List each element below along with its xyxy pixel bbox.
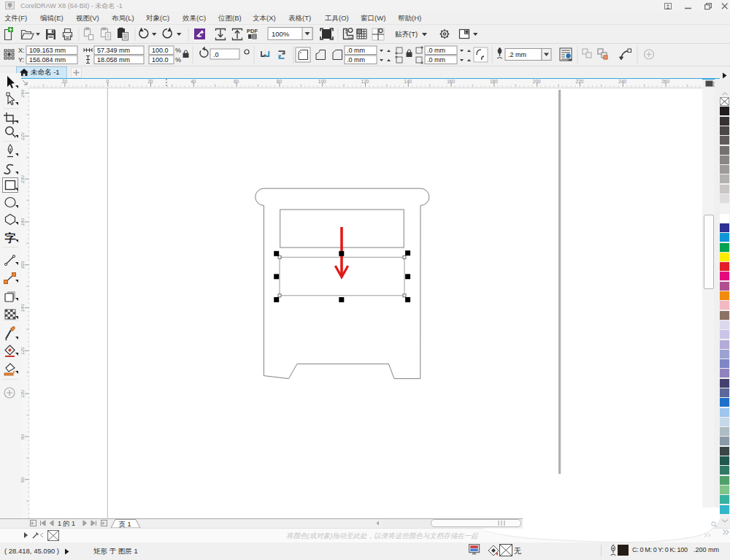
svg-text:240: 240: [21, 89, 25, 97]
svg-text:80: 80: [277, 79, 283, 84]
svg-text:.0 mm: .0 mm: [427, 47, 445, 54]
svg-text:57.349 mm: 57.349 mm: [97, 47, 130, 54]
svg-text:20: 20: [62, 79, 68, 84]
svg-text:PDF: PDF: [247, 28, 258, 34]
svg-text:220: 220: [21, 132, 25, 140]
svg-text:120: 120: [21, 347, 25, 355]
svg-text:220: 220: [576, 79, 584, 84]
svg-text:X:: X:: [18, 47, 25, 54]
svg-text:.2 mm: .2 mm: [508, 51, 526, 58]
svg-text:页 1: 页 1: [118, 521, 131, 528]
svg-text:字: 字: [5, 231, 16, 244]
svg-text:160: 160: [447, 79, 455, 84]
svg-text:100%: 100%: [272, 30, 290, 38]
svg-text:80: 80: [21, 434, 25, 440]
svg-text:40: 40: [191, 79, 196, 84]
svg-text:60: 60: [234, 79, 239, 84]
svg-text:20: 20: [147, 79, 153, 84]
svg-text:180: 180: [21, 218, 25, 226]
svg-text:240: 240: [618, 79, 626, 84]
svg-text:.0 mm: .0 mm: [427, 56, 445, 64]
svg-text:0: 0: [106, 79, 109, 84]
svg-text:100: 100: [21, 390, 25, 398]
svg-text:260: 260: [661, 79, 669, 84]
svg-text:%: %: [175, 56, 181, 64]
svg-text:120: 120: [361, 79, 369, 84]
svg-text:109.163 mm: 109.163 mm: [29, 47, 66, 54]
svg-text:60: 60: [21, 477, 25, 483]
svg-text:180: 180: [490, 79, 498, 84]
svg-text:贴齐(T): 贴齐(T): [395, 30, 418, 38]
svg-text:.0: .0: [213, 51, 219, 58]
svg-text:1 的 1: 1 的 1: [58, 520, 75, 527]
svg-text:200: 200: [21, 175, 25, 183]
svg-text:160: 160: [21, 261, 25, 269]
svg-text:140: 140: [404, 79, 412, 84]
svg-text:Y:: Y:: [18, 56, 24, 64]
svg-text:200: 200: [533, 79, 541, 84]
svg-text:156.084 mm: 156.084 mm: [29, 56, 66, 64]
svg-text:%: %: [175, 47, 181, 54]
svg-text:100.0: 100.0: [152, 47, 169, 54]
svg-text:.0 mm: .0 mm: [347, 56, 365, 64]
svg-text:.0 mm: .0 mm: [347, 47, 365, 54]
svg-text:100.0: 100.0: [152, 56, 169, 64]
svg-text:18.058 mm: 18.058 mm: [97, 56, 130, 64]
svg-text:100: 100: [318, 79, 326, 84]
svg-text:140: 140: [21, 304, 25, 312]
